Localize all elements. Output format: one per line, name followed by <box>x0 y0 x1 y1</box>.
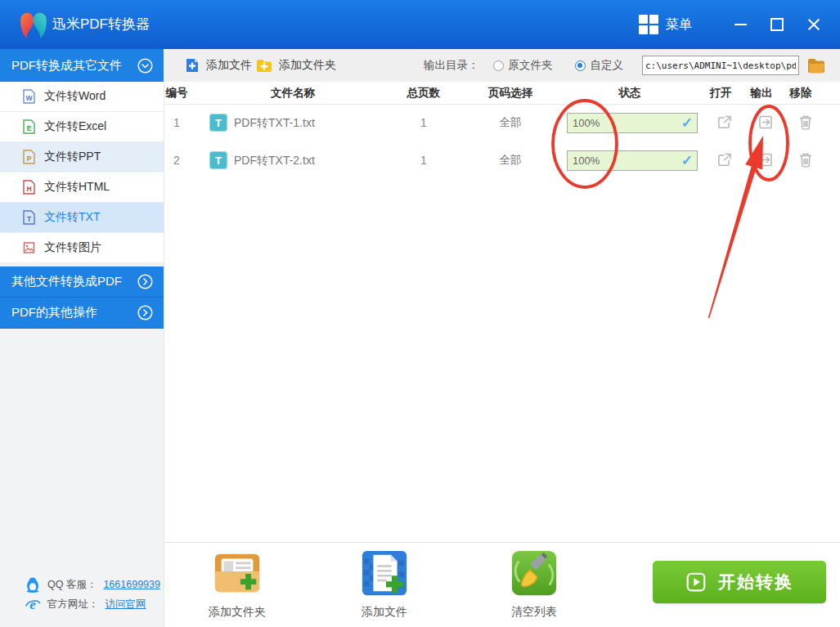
support-info: QQ 客服： 1661699939 e 官方网址： 访问官网 <box>25 575 160 614</box>
progress-bar: 100% ✓ <box>567 113 698 133</box>
sidebar-item-to-image[interactable]: 文件转图片 <box>0 233 164 263</box>
col-filename: 文件名称 <box>271 86 315 101</box>
start-convert-button[interactable]: 开始转换 <box>653 561 826 603</box>
sidebar-group-pdf-to-other[interactable]: PDF转换成其它文件 <box>0 49 164 82</box>
maximize-button[interactable] <box>766 14 788 35</box>
table-row: 1 T PDF转TXT-1.txt 1 全部 100% ✓ <box>164 104 840 141</box>
file-name: PDF转TXT-1.txt <box>234 104 315 141</box>
add-folder-big-label: 添加文件夹 <box>192 605 282 620</box>
col-page-range: 页码选择 <box>488 86 532 101</box>
radio-original-label[interactable]: 原文件夹 <box>509 58 553 73</box>
add-file-big-icon <box>359 548 410 598</box>
qq-service-label: QQ 客服： <box>47 578 97 592</box>
add-folder-big-button[interactable]: 添加文件夹 <box>192 548 282 620</box>
grid-menu-icon <box>639 15 658 34</box>
open-file-button[interactable] <box>717 152 733 168</box>
sidebar-item-to-txt[interactable]: T 文件转TXT <box>0 203 164 233</box>
clear-list-button[interactable]: 清空列表 <box>489 548 579 620</box>
sidebar-item-label: 文件转TXT <box>44 210 100 225</box>
sidebar-section-other-to-pdf[interactable]: 其他文件转换成PDF <box>0 266 164 298</box>
chevron-right-circle-icon <box>137 274 153 289</box>
remove-file-button[interactable] <box>799 152 813 168</box>
open-file-button[interactable] <box>717 114 733 130</box>
col-status: 状态 <box>619 86 641 101</box>
svg-text:e: e <box>29 597 36 612</box>
total-pages: 1 <box>420 141 427 179</box>
add-file-button[interactable]: 添加文件 <box>185 49 252 82</box>
remove-file-button[interactable] <box>799 114 813 130</box>
open-output-button[interactable] <box>758 152 774 168</box>
app-logo-icon <box>17 8 50 41</box>
menu-button[interactable]: 菜单 <box>639 15 692 34</box>
progress-value: 100% <box>573 114 600 132</box>
txt-type-icon: T <box>209 151 227 169</box>
col-open: 打开 <box>710 86 732 101</box>
output-dir-label: 输出目录： <box>424 58 479 73</box>
close-button[interactable] <box>803 14 824 35</box>
sidebar-item-to-excel[interactable]: E 文件转Excel <box>0 112 164 142</box>
official-site-link[interactable]: 访问官网 <box>106 598 146 611</box>
progress-bar: 100% ✓ <box>567 150 698 171</box>
sidebar-item-to-ppt[interactable]: P 文件转PPT <box>0 142 164 172</box>
sidebar-item-label: 文件转HTML <box>44 180 110 195</box>
add-folder-icon <box>256 59 272 73</box>
check-icon: ✓ <box>681 114 693 132</box>
close-icon <box>807 18 820 31</box>
word-file-icon: W <box>23 89 35 104</box>
table-row: 2 T PDF转TXT-2.txt 1 全部 100% ✓ <box>164 141 840 179</box>
radio-custom[interactable] <box>575 60 586 71</box>
sidebar-item-to-word[interactable]: W 文件转Word <box>0 82 164 112</box>
sidebar-item-label: 文件转Excel <box>44 119 106 134</box>
qq-icon <box>25 576 41 593</box>
sidebar-item-label: 文件转Word <box>44 89 106 104</box>
svg-text:H: H <box>26 185 31 193</box>
svg-text:W: W <box>25 94 33 102</box>
sidebar-section-label: PDF的其他操作 <box>11 305 137 320</box>
svg-text:T: T <box>27 215 32 223</box>
page-range[interactable]: 全部 <box>500 141 522 179</box>
txt-file-icon: T <box>23 210 35 225</box>
start-convert-label: 开始转换 <box>718 571 793 593</box>
add-folder-big-icon <box>212 548 263 598</box>
maximize-icon <box>770 18 784 31</box>
add-file-big-button[interactable]: 添加文件 <box>339 548 429 620</box>
add-file-label: 添加文件 <box>206 58 252 73</box>
radio-custom-label[interactable]: 自定义 <box>591 58 624 73</box>
svg-text:P: P <box>27 155 32 163</box>
clear-list-icon <box>509 548 559 598</box>
main-panel: 添加文件 添加文件夹 输出目录： 原文件夹 自定义 <box>164 49 840 627</box>
bottom-action-bar: 添加文件夹 <box>164 542 840 627</box>
app-window: 迅米PDF转换器 菜单 PDF转换成其它文件 W <box>0 0 840 627</box>
open-output-button[interactable] <box>758 114 774 130</box>
col-pages: 总页数 <box>407 86 441 101</box>
txt-type-icon: T <box>209 114 227 132</box>
output-path-input[interactable] <box>642 56 799 75</box>
minimize-button[interactable] <box>730 14 751 35</box>
progress-value: 100% <box>573 151 600 170</box>
page-range[interactable]: 全部 <box>500 104 522 141</box>
sidebar-item-to-html[interactable]: H 文件转HTML <box>0 172 164 203</box>
radio-original-folder[interactable] <box>493 60 504 71</box>
sidebar: PDF转换成其它文件 W 文件转Word E 文件转Excel <box>0 49 164 627</box>
sidebar-section-label: 其他文件转换成PDF <box>11 274 137 289</box>
minimize-icon <box>734 24 747 25</box>
chevron-down-circle-icon <box>137 58 153 74</box>
add-file-big-label: 添加文件 <box>339 605 429 620</box>
sidebar-group-label: PDF转换成其它文件 <box>11 58 137 74</box>
toolbar: 添加文件 添加文件夹 输出目录： 原文件夹 自定义 <box>164 49 840 83</box>
add-folder-button[interactable]: 添加文件夹 <box>256 49 336 82</box>
col-remove: 移除 <box>790 86 812 101</box>
sidebar-section-pdf-other-ops[interactable]: PDF的其他操作 <box>0 298 164 329</box>
browse-folder-icon <box>806 58 826 74</box>
app-title: 迅米PDF转换器 <box>52 0 150 49</box>
play-icon <box>685 571 707 593</box>
official-site-label: 官方网址： <box>47 598 99 611</box>
qq-number-link[interactable]: 1661699939 <box>103 579 160 590</box>
excel-file-icon: E <box>23 119 35 134</box>
sidebar-sections: 其他文件转换成PDF PDF的其他操作 <box>0 266 164 329</box>
output-dir-group: 输出目录： 原文件夹 自定义 <box>424 49 826 82</box>
sidebar-main-divider <box>164 82 164 627</box>
menu-label: 菜单 <box>666 16 692 34</box>
svg-text:E: E <box>27 124 32 132</box>
browse-folder-button[interactable] <box>806 58 826 74</box>
